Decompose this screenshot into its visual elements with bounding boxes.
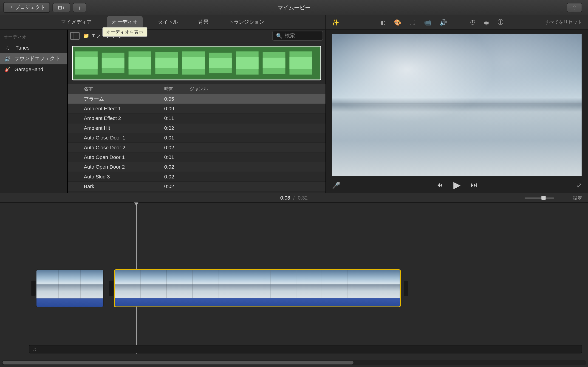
sidebar-item-sound-effects[interactable]: 🔊 サウンドエフェクト: [0, 53, 67, 64]
clip-handle[interactable]: [109, 281, 113, 296]
timeline-header: 0:08 / 0:32 設定: [0, 193, 588, 203]
svg-rect-10: [75, 57, 98, 69]
sidebar-item-label: サウンドエフェクト: [15, 55, 60, 62]
sidebar-item-garageband[interactable]: 🎸 GarageBand: [0, 64, 67, 74]
color-palette-icon[interactable]: 🎨: [394, 19, 401, 25]
table-row[interactable]: Bark0:02: [68, 182, 326, 191]
back-button[interactable]: 〈 プロジェクト: [3, 2, 50, 13]
tab-audio[interactable]: オーディオ オーディオを表示: [107, 16, 142, 28]
row-time: 0:02: [161, 164, 186, 170]
svg-rect-15: [209, 58, 232, 68]
timeline[interactable]: ♫: [0, 203, 588, 367]
tab-transitions[interactable]: トランジション: [224, 16, 269, 28]
play-button[interactable]: ▶: [453, 180, 460, 191]
col-genre[interactable]: ジャンル: [186, 84, 326, 94]
equalizer-icon[interactable]: ⫼: [455, 19, 461, 25]
row-time: 0:01: [161, 154, 186, 160]
col-time[interactable]: 時間: [161, 84, 186, 94]
search-icon: 🔍: [276, 33, 283, 39]
next-button[interactable]: ⏭: [471, 181, 477, 189]
speed-icon[interactable]: ⏱: [470, 19, 476, 25]
table-row[interactable]: Ambient Effect 20:11: [68, 114, 326, 123]
row-time: 0:09: [161, 106, 186, 112]
sidebar-item-label: iTunes: [15, 45, 30, 51]
tab-backgrounds[interactable]: 背景: [193, 16, 213, 28]
row-name: Bark: [80, 184, 161, 190]
contrast-icon[interactable]: ◐: [380, 19, 385, 25]
svg-rect-12: [129, 57, 151, 69]
audio-table: アラーム0:05Ambient Effect 10:09Ambient Effe…: [68, 94, 326, 193]
svg-rect-14: [182, 57, 205, 69]
audio-sidebar: オーディオ ♫ iTunes 🔊 サウンドエフェクト 🎸 GarageBand: [0, 30, 68, 193]
table-row[interactable]: Auto Close Door 10:01: [68, 133, 326, 143]
filter-icon[interactable]: ◉: [484, 19, 489, 25]
transport-controls: 🎤 ⏮ ▶ ⏭ ⤢: [326, 177, 588, 193]
table-row[interactable]: Ambient Hit0:02: [68, 123, 326, 133]
svg-rect-13: [155, 58, 178, 68]
col-name[interactable]: 名前: [80, 84, 161, 94]
audio-track-empty[interactable]: ♫: [29, 345, 582, 353]
tab-my-media[interactable]: マイメディア: [56, 16, 97, 28]
project-title: マイムービー: [277, 4, 311, 11]
tab-titles[interactable]: タイトル: [153, 16, 183, 28]
volume-icon[interactable]: 🔊: [440, 19, 447, 25]
layout-toggle-icon[interactable]: [70, 32, 80, 40]
horizontal-scrollbar[interactable]: [2, 360, 586, 365]
clip-audio-waveform: [115, 298, 400, 307]
tab-audio-label: オーディオ: [112, 19, 137, 25]
folder-icon: 📁: [83, 33, 89, 39]
table-row[interactable]: Auto Open Door 20:02: [68, 162, 326, 172]
fullscreen-icon[interactable]: ⤢: [577, 181, 582, 189]
prev-button[interactable]: ⏮: [436, 181, 443, 189]
video-preview-container: [326, 30, 588, 177]
speaker-icon: 🔊: [4, 56, 11, 61]
share-button[interactable]: ⇧: [567, 3, 582, 12]
back-label: プロジェクト: [15, 4, 45, 11]
row-time: 0:01: [161, 135, 186, 141]
table-row[interactable]: Ambient Effect 10:09: [68, 104, 326, 114]
sidebar-item-itunes[interactable]: ♫ iTunes: [0, 43, 67, 53]
table-row[interactable]: アラーム0:05: [68, 94, 326, 104]
row-name: Auto Open Door 1: [80, 154, 161, 160]
row-name: Ambient Effect 2: [80, 115, 161, 121]
sidebar-header: オーディオ: [0, 30, 67, 43]
stabilize-icon[interactable]: 📹: [424, 19, 431, 25]
row-time: 0:02: [161, 125, 186, 131]
timeline-settings-button[interactable]: 設定: [573, 195, 582, 201]
share-icon: ⇧: [572, 4, 577, 10]
table-row[interactable]: Auto Close Door 20:02: [68, 143, 326, 152]
clip-audio-waveform: [36, 298, 103, 307]
row-name: Ambient Hit: [80, 125, 161, 131]
reset-all-button[interactable]: すべてをリセット: [545, 19, 582, 25]
video-clip-2-selected[interactable]: [114, 269, 401, 307]
row-name: Auto Close Door 2: [80, 144, 161, 150]
table-row[interactable]: Auto Open Door 10:01: [68, 152, 326, 162]
clip-handle[interactable]: [404, 281, 408, 296]
row-name: Auto Skid 3: [80, 174, 161, 180]
row-time: 0:11: [161, 115, 186, 121]
video-clip-1[interactable]: [36, 269, 104, 307]
time-total: 0:32: [298, 195, 308, 201]
video-preview[interactable]: [332, 34, 582, 176]
guitar-icon: 🎸: [4, 66, 11, 72]
table-row[interactable]: Auto Skid 30:02: [68, 172, 326, 182]
magic-wand-icon[interactable]: ✨: [332, 19, 339, 25]
clips-row: [36, 269, 401, 307]
info-icon[interactable]: ⓘ: [498, 18, 503, 26]
sidebar-item-label: GarageBand: [15, 66, 43, 72]
download-arrow-icon: ↓: [78, 4, 81, 10]
crop-icon[interactable]: ⛶: [409, 19, 415, 25]
row-name: Auto Close Door 1: [80, 135, 161, 141]
audio-waveform-preview[interactable]: [72, 46, 321, 80]
table-header: 名前 時間 ジャンル: [68, 84, 326, 94]
search-input[interactable]: 🔍 検索: [272, 31, 323, 41]
clip-handle[interactable]: [31, 281, 35, 296]
top-toolbar: 〈 プロジェクト ⊞♪ ↓ マイムービー ⇧: [0, 0, 588, 15]
import-button[interactable]: ↓: [73, 3, 86, 12]
film-music-icon: ⊞♪: [58, 4, 65, 10]
microphone-icon[interactable]: 🎤: [332, 181, 340, 189]
zoom-slider[interactable]: [524, 197, 554, 199]
row-time: 0:02: [161, 184, 186, 190]
clip-library-button[interactable]: ⊞♪: [52, 3, 70, 12]
adjustments-bar: ✨ ◐ 🎨 ⛶ 📹 🔊 ⫼ ⏱ ◉ ⓘ すべてをリセット: [326, 15, 588, 30]
